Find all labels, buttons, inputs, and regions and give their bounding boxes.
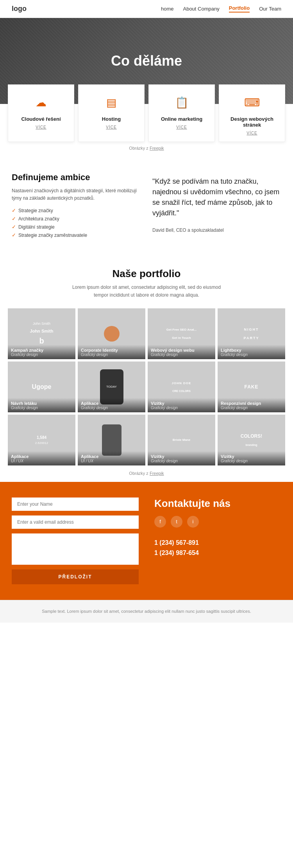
service-marketing-link[interactable]: VÍCE: [154, 125, 210, 129]
nav-about[interactable]: About Company: [183, 6, 219, 12]
portfolio-title: Naše portfolio: [8, 268, 285, 280]
portfolio-item-category: Grafický design: [221, 459, 282, 463]
portfolio-item[interactable]: Corporate Identity Grafický design: [78, 308, 145, 359]
services-section: ☁ Cloudové řešení VÍCE ▤ Hosting VÍCE 📋 …: [0, 84, 293, 157]
check-icon: ✓: [12, 208, 16, 213]
service-card-cloud: ☁ Cloudové řešení VÍCE: [8, 84, 74, 142]
check-icon: ✓: [12, 224, 16, 230]
service-card-hosting: ▤ Hosting VÍCE: [78, 84, 145, 142]
facebook-icon[interactable]: f: [154, 516, 166, 528]
portfolio-item-title: Corporate Identity: [81, 348, 142, 353]
about-left: Definujeme ambice Nastavení značkových a…: [12, 172, 141, 240]
check-icon: ✓: [12, 232, 16, 238]
portfolio-item-title: Aplikace: [81, 454, 142, 459]
check-icon: ✓: [12, 216, 16, 222]
service-cloud-title: Cloudové řešení: [13, 116, 69, 122]
portfolio-freepik: Obrázky z Freepik: [8, 465, 285, 478]
logo: logo: [12, 5, 27, 13]
instagram-icon[interactable]: i: [187, 516, 199, 528]
contact-form: PŘEDLOŽIT: [12, 498, 139, 584]
portfolio-item[interactable]: Get Free SEO Anal... Get in Touch Webový…: [148, 308, 215, 359]
portfolio-freepik-link[interactable]: Freepik: [150, 471, 164, 476]
portfolio-item-title: Aplikace: [81, 401, 142, 406]
portfolio-item-title: Kampaň značky: [11, 348, 72, 353]
portfolio-item[interactable]: John Smith b Kampaň značky Grafický desi…: [8, 308, 75, 359]
portfolio-item-category: Grafický design: [151, 406, 212, 410]
service-card-marketing: 📋 Online marketing VÍCE: [148, 84, 215, 142]
portfolio-item[interactable]: JOHN DOE CRE COLORS Vizitky Grafický des…: [148, 362, 215, 412]
portfolio-grid: John Smith b Kampaň značky Grafický desi…: [8, 308, 285, 465]
marketing-icon: 📋: [172, 93, 191, 112]
phone-1: 1 (234) 567-891: [154, 539, 281, 546]
about-right: "Když se podívám na tuto značku, najedno…: [152, 172, 281, 240]
cloud-icon: ☁: [31, 93, 51, 112]
portfolio-item-category: Grafický design: [221, 353, 282, 357]
service-marketing-title: Online marketing: [154, 116, 210, 122]
social-icons: f t i: [154, 516, 281, 528]
portfolio-item-category: Grafický design: [81, 353, 142, 357]
portfolio-item[interactable]: NIGHT PARTY Lightboxy Grafický design: [218, 308, 285, 359]
design-icon: ⌨: [242, 93, 262, 112]
portfolio-subtitle: Lorem ipsum dolor sit amet, consectetur …: [64, 284, 229, 299]
portfolio-item-category: Grafický design: [81, 406, 142, 410]
email-input[interactable]: [12, 515, 139, 529]
portfolio-item[interactable]: COLORS! branding Vizitky Grafický design: [218, 415, 285, 465]
twitter-icon[interactable]: t: [171, 516, 182, 528]
nav-home[interactable]: home: [161, 6, 174, 12]
portfolio-item-category: Grafický design: [11, 406, 72, 410]
list-item: ✓Digitální strategie: [12, 224, 141, 230]
portfolio-item-title: Vizitky: [221, 454, 282, 459]
phone-2: 1 (234) 987-654: [154, 549, 281, 557]
contact-title: Kontaktujte nás: [154, 498, 281, 510]
freepik-note: Obrázky z Freepik: [8, 142, 285, 153]
footer-text: Sample text. Lorem ipsum dolor sit amet,…: [12, 608, 281, 615]
portfolio-item-category: Grafický design: [151, 353, 212, 357]
hosting-icon: ▤: [102, 93, 121, 112]
service-hosting-link[interactable]: VÍCE: [83, 125, 139, 129]
nav-portfolio[interactable]: Portfolio: [229, 5, 250, 13]
freepik-link[interactable]: Freepik: [150, 146, 164, 150]
service-hosting-title: Hosting: [83, 116, 139, 122]
about-list: ✓Strategie značky ✓Architektura značky ✓…: [12, 208, 141, 238]
portfolio-item-title: Webový design webu: [151, 348, 212, 353]
footer: Sample text. Lorem ipsum dolor sit amet,…: [0, 600, 293, 623]
portfolio-item[interactable]: 1,584 2.620012 Aplikace UI / UX: [8, 415, 75, 465]
portfolio-item-title: Responzivní design: [221, 401, 282, 406]
portfolio-item-title: Návrh letáku: [11, 401, 72, 406]
contact-section: PŘEDLOŽIT Kontaktujte nás f t i 1 (234) …: [0, 482, 293, 600]
portfolio-item[interactable]: FAKE Responzivní design Grafický design: [218, 362, 285, 412]
list-item: ✓Strategie značky: [12, 208, 141, 213]
about-quote: "Když se podívám na tuto značku, najedno…: [152, 176, 281, 218]
service-card-design: ⌨ Design webových stránek VÍCE: [219, 84, 285, 142]
portfolio-item-title: Lightboxy: [221, 348, 282, 353]
portfolio-item[interactable]: Briole Mane Vizitky Grafický design: [148, 415, 215, 465]
service-cloud-link[interactable]: VÍCE: [13, 125, 69, 129]
portfolio-item-title: Vizitky: [151, 401, 212, 406]
list-item: ✓Strategie značky zaměstnavatele: [12, 232, 141, 238]
about-description: Nastavení značkových a digitálních strat…: [12, 187, 141, 202]
about-cite: David Bell, CEO a spoluzakladatel: [152, 227, 224, 233]
list-item: ✓Architektura značky: [12, 216, 141, 222]
contact-info: Kontaktujte nás f t i 1 (234) 567-891 1 …: [154, 498, 281, 584]
about-title: Definujeme ambice: [12, 172, 141, 183]
header: logo home About Company Portfolio Our Te…: [0, 0, 293, 18]
portfolio-item[interactable]: Ugope Návrh letáku Grafický design: [8, 362, 75, 412]
portfolio-item-title: Aplikace: [11, 454, 72, 459]
portfolio-item[interactable]: TODAY Aplikace Grafický design: [78, 362, 145, 412]
services-cards: ☁ Cloudové řešení VÍCE ▤ Hosting VÍCE 📋 …: [8, 84, 285, 142]
name-input[interactable]: [12, 498, 139, 511]
nav-team[interactable]: Our Team: [259, 6, 281, 12]
hero-title: Co děláme: [111, 53, 182, 69]
service-design-title: Design webových stránek: [224, 116, 280, 128]
portfolio-item-category: Grafický design: [221, 406, 282, 410]
portfolio-item-category: UI / UX: [11, 459, 72, 463]
portfolio-item[interactable]: Aplikace UI / UX: [78, 415, 145, 465]
portfolio-item-category: UI / UX: [81, 459, 142, 463]
service-design-link[interactable]: VÍCE: [224, 131, 280, 135]
message-input[interactable]: [12, 533, 139, 565]
main-nav: home About Company Portfolio Our Team: [161, 5, 281, 13]
about-section: Definujeme ambice Nastavení značkových a…: [0, 157, 293, 256]
portfolio-item-category: Grafický design: [11, 353, 72, 357]
submit-button[interactable]: PŘEDLOŽIT: [12, 569, 139, 584]
portfolio-item-category: Grafický design: [151, 459, 212, 463]
